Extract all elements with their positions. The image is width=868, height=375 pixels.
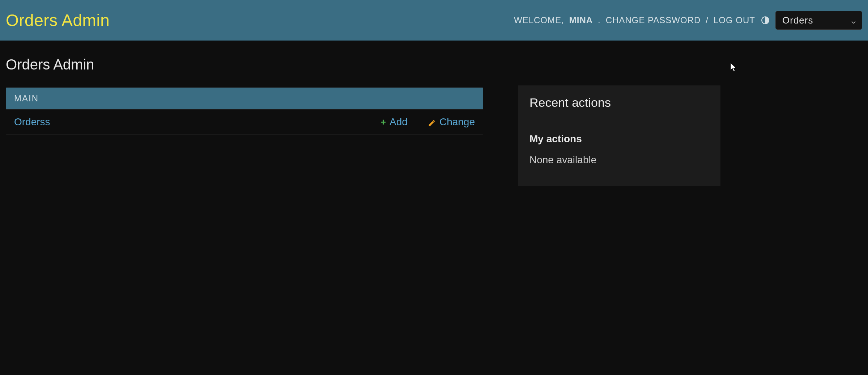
site-select-value: Orders bbox=[782, 15, 813, 26]
divider bbox=[518, 123, 720, 123]
no-actions-text: None available bbox=[529, 154, 709, 166]
change-link[interactable]: Change bbox=[428, 116, 475, 128]
content-area: Orders Admin MAIN Orderss + Add bbox=[0, 41, 868, 186]
user-tools: WELCOME, MINA . CHANGE PASSWORD / LOG OU… bbox=[514, 11, 862, 30]
separator-slash: / bbox=[706, 15, 709, 25]
row-actions: + Add Change bbox=[380, 116, 475, 128]
welcome-suffix: . bbox=[598, 15, 601, 25]
page-title: Orders Admin bbox=[6, 56, 483, 73]
add-link[interactable]: + Add bbox=[380, 116, 408, 128]
plus-icon: + bbox=[380, 117, 386, 127]
logout-link[interactable]: LOG OUT bbox=[714, 15, 755, 25]
add-link-label: Add bbox=[390, 116, 408, 128]
welcome-text: WELCOME, bbox=[514, 15, 564, 25]
theme-toggle-icon[interactable] bbox=[760, 15, 770, 25]
recent-actions-panel: Recent actions My actions None available bbox=[518, 85, 720, 186]
app-module-header[interactable]: MAIN bbox=[6, 88, 483, 109]
sidebar-column: Recent actions My actions None available bbox=[518, 85, 720, 186]
header-bar: Orders Admin WELCOME, MINA . CHANGE PASS… bbox=[0, 0, 868, 41]
change-password-link[interactable]: CHANGE PASSWORD bbox=[606, 15, 701, 25]
model-link-orderss[interactable]: Orderss bbox=[14, 116, 50, 128]
site-select-dropdown[interactable]: Orders bbox=[775, 11, 862, 30]
recent-actions-title: Recent actions bbox=[529, 96, 709, 110]
pencil-icon bbox=[428, 118, 436, 126]
app-module: MAIN Orderss + Add Change bbox=[6, 87, 483, 135]
my-actions-heading: My actions bbox=[529, 133, 709, 145]
site-branding[interactable]: Orders Admin bbox=[6, 10, 110, 30]
username-text: MINA bbox=[569, 15, 593, 25]
main-column: Orders Admin MAIN Orderss + Add bbox=[6, 49, 483, 186]
change-link-label: Change bbox=[439, 116, 475, 128]
model-row: Orderss + Add Change bbox=[6, 109, 483, 134]
chevron-down-icon bbox=[850, 17, 857, 24]
